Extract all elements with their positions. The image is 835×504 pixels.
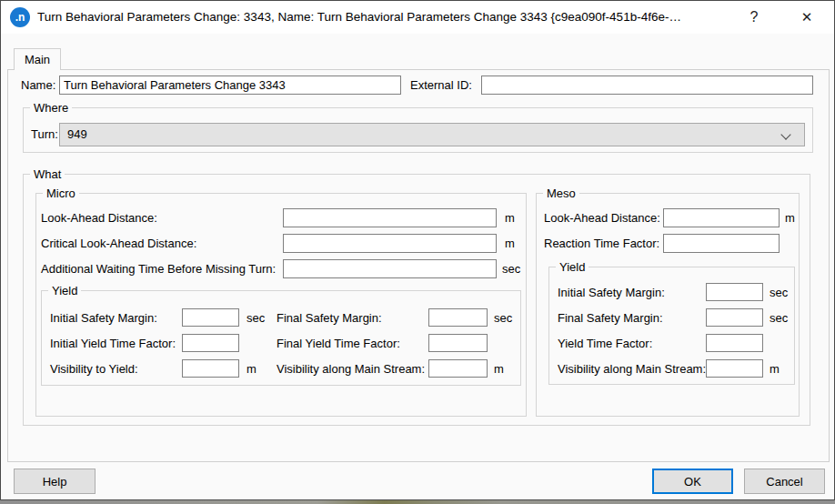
- what-group-title: What: [30, 167, 65, 181]
- micro-initial-yield-time-factor-input[interactable]: [182, 334, 239, 352]
- window-help-button[interactable]: ?: [733, 1, 775, 34]
- title-bar[interactable]: .n Turn Behavioral Parameters Change: 33…: [1, 1, 834, 34]
- meso-group-title: Meso: [543, 186, 579, 200]
- meso-look-ahead-distance-input[interactable]: [663, 208, 780, 227]
- micro-yield-group-title: Yield: [48, 284, 81, 297]
- micro-initial-safety-margin-label: Initial Safety Margin:: [50, 310, 157, 327]
- micro-initial-safety-margin-input[interactable]: [182, 308, 239, 327]
- turn-combobox[interactable]: 949: [59, 123, 805, 146]
- micro-visibility-to-yield-input[interactable]: [182, 359, 239, 378]
- meso-initial-safety-margin-label: Initial Safety Margin:: [558, 285, 665, 301]
- meso-reaction-time-factor-input[interactable]: [663, 234, 780, 253]
- micro-visibility-to-yield-label: Visibility to Yield:: [50, 361, 138, 378]
- window-title: Turn Behavioral Parameters Change: 3343,…: [37, 1, 681, 34]
- micro-final-yield-time-factor-label: Final Yield Time Factor:: [277, 336, 400, 352]
- meso-final-safety-margin-unit: sec: [770, 310, 788, 327]
- external-id-input[interactable]: [481, 76, 813, 95]
- micro-initial-safety-margin-unit: sec: [246, 310, 265, 327]
- micro-visibility-along-main-stream-unit: m: [494, 361, 504, 378]
- turn-behavioral-parameters-dialog: .n Turn Behavioral Parameters Change: 33…: [0, 0, 835, 500]
- micro-final-safety-margin-label: Final Safety Margin:: [277, 310, 382, 327]
- meso-initial-safety-margin-unit: sec: [770, 285, 788, 301]
- screen: .n Turn Behavioral Parameters Change: 33…: [0, 0, 835, 504]
- micro-initial-yield-time-factor-label: Initial Yield Time Factor:: [50, 336, 176, 352]
- micro-group-title: Micro: [43, 186, 79, 200]
- meso-visibility-along-main-stream-label: Visibility along Main Stream:: [558, 361, 706, 378]
- ok-button[interactable]: OK: [652, 469, 733, 494]
- cancel-button[interactable]: Cancel: [744, 469, 825, 494]
- external-id-label: External ID:: [410, 77, 472, 94]
- micro-visibility-along-main-stream-label: Visibility along Main Stream:: [277, 361, 425, 378]
- meso-visibility-along-main-stream-unit: m: [770, 361, 780, 378]
- meso-yield-time-factor-label: Yield Time Factor:: [558, 336, 652, 352]
- micro-look-ahead-distance-input[interactable]: [283, 208, 497, 227]
- chevron-down-icon: [780, 129, 790, 139]
- turn-combobox-value: 949: [67, 127, 87, 141]
- meso-final-safety-margin-input[interactable]: [706, 308, 763, 327]
- meso-reaction-time-factor-label: Reaction Time Factor:: [544, 236, 659, 252]
- micro-look-ahead-distance-label: Look-Ahead Distance:: [41, 210, 157, 227]
- micro-look-ahead-distance-unit: m: [505, 210, 515, 227]
- aimsun-app-icon: .n: [10, 7, 30, 27]
- where-group-title: Where: [30, 101, 72, 115]
- micro-additional-waiting-time-input[interactable]: [283, 259, 497, 278]
- meso-look-ahead-distance-label: Look-Ahead Distance:: [544, 210, 660, 227]
- meso-initial-safety-margin-input[interactable]: [706, 283, 763, 301]
- micro-critical-look-ahead-distance-input[interactable]: [283, 234, 497, 253]
- micro-final-safety-margin-unit: sec: [494, 310, 512, 327]
- micro-critical-look-ahead-distance-label: Critical Look-Ahead Distance:: [41, 236, 196, 252]
- micro-final-yield-time-factor-input[interactable]: [428, 334, 488, 352]
- meso-yield-time-factor-input[interactable]: [706, 334, 763, 352]
- meso-visibility-along-main-stream-input[interactable]: [706, 359, 763, 378]
- help-button[interactable]: Help: [14, 469, 96, 494]
- meso-yield-group-title: Yield: [556, 260, 589, 274]
- meso-look-ahead-distance-unit: m: [785, 210, 795, 227]
- micro-visibility-to-yield-unit: m: [246, 361, 257, 378]
- name-label: Name:: [21, 77, 55, 94]
- turn-label: Turn:: [31, 126, 58, 143]
- micro-additional-waiting-time-unit: sec: [502, 261, 520, 277]
- micro-critical-look-ahead-distance-unit: m: [505, 236, 515, 252]
- micro-visibility-along-main-stream-input[interactable]: [428, 359, 488, 378]
- meso-final-safety-margin-label: Final Safety Margin:: [558, 310, 663, 327]
- desktop-background-strip: [0, 500, 835, 504]
- micro-final-safety-margin-input[interactable]: [428, 308, 488, 327]
- micro-additional-waiting-time-label: Additional Waiting Time Before Missing T…: [41, 261, 276, 277]
- window-close-button[interactable]: ✕: [786, 1, 828, 34]
- name-input[interactable]: [59, 76, 401, 95]
- tab-main[interactable]: Main: [14, 48, 61, 70]
